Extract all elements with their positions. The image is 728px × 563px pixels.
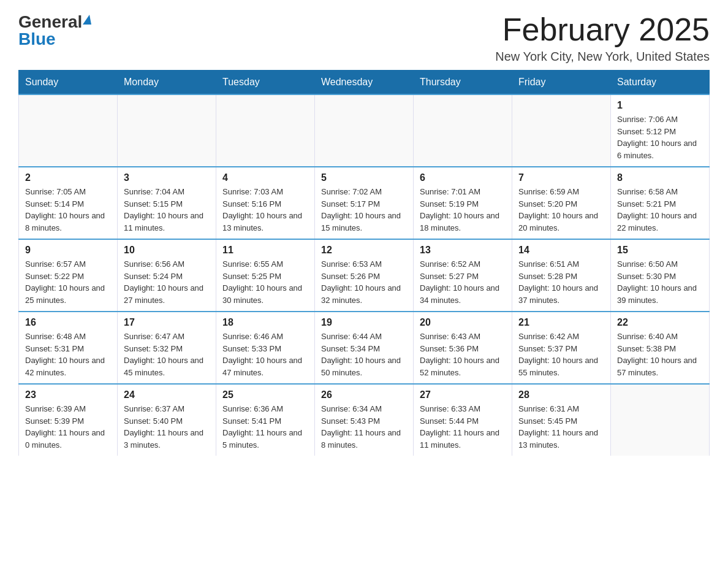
- page-header: General Blue February 2025 New York City…: [18, 12, 710, 64]
- calendar-cell: [19, 94, 118, 167]
- calendar-cell: [315, 94, 414, 167]
- calendar-cell: [414, 94, 512, 167]
- day-number: 21: [518, 317, 604, 328]
- calendar-week-5: 23Sunrise: 6:39 AMSunset: 5:39 PMDayligh…: [19, 384, 710, 456]
- day-sun-info: Sunrise: 6:31 AMSunset: 5:45 PMDaylight:…: [518, 403, 604, 451]
- day-number: 17: [124, 317, 210, 328]
- day-number: 7: [518, 172, 604, 183]
- day-number: 6: [420, 172, 506, 183]
- day-number: 23: [25, 389, 111, 400]
- weekday-row: SundayMondayTuesdayWednesdayThursdayFrid…: [19, 71, 710, 95]
- calendar-cell: 28Sunrise: 6:31 AMSunset: 5:45 PMDayligh…: [512, 384, 611, 456]
- calendar-week-1: 1Sunrise: 7:06 AMSunset: 5:12 PMDaylight…: [19, 94, 710, 167]
- day-number: 9: [25, 245, 111, 256]
- day-number: 19: [321, 317, 407, 328]
- day-sun-info: Sunrise: 7:04 AMSunset: 5:15 PMDaylight:…: [124, 186, 210, 234]
- day-sun-info: Sunrise: 6:57 AMSunset: 5:22 PMDaylight:…: [25, 258, 111, 306]
- day-sun-info: Sunrise: 6:40 AMSunset: 5:38 PMDaylight:…: [617, 331, 703, 378]
- calendar-cell: 27Sunrise: 6:33 AMSunset: 5:44 PMDayligh…: [414, 384, 512, 456]
- calendar-cell: 26Sunrise: 6:34 AMSunset: 5:43 PMDayligh…: [315, 384, 414, 456]
- calendar-cell: 7Sunrise: 6:59 AMSunset: 5:20 PMDaylight…: [512, 167, 611, 239]
- weekday-header-wednesday: Wednesday: [315, 71, 414, 95]
- calendar-cell: 25Sunrise: 6:36 AMSunset: 5:41 PMDayligh…: [216, 384, 315, 456]
- day-sun-info: Sunrise: 6:53 AMSunset: 5:26 PMDaylight:…: [321, 258, 407, 306]
- calendar-cell: 4Sunrise: 7:03 AMSunset: 5:16 PMDaylight…: [216, 167, 315, 239]
- calendar-cell: 24Sunrise: 6:37 AMSunset: 5:40 PMDayligh…: [118, 384, 216, 456]
- calendar-cell: 22Sunrise: 6:40 AMSunset: 5:38 PMDayligh…: [611, 312, 710, 384]
- title-section: February 2025 New York City, New York, U…: [495, 12, 710, 64]
- day-number: 1: [617, 100, 703, 111]
- weekday-header-thursday: Thursday: [414, 71, 512, 95]
- day-sun-info: Sunrise: 6:51 AMSunset: 5:28 PMDaylight:…: [518, 258, 604, 306]
- day-number: 24: [124, 389, 210, 400]
- day-sun-info: Sunrise: 6:58 AMSunset: 5:21 PMDaylight:…: [617, 186, 703, 234]
- calendar-cell: [512, 94, 611, 167]
- calendar-cell: 21Sunrise: 6:42 AMSunset: 5:37 PMDayligh…: [512, 312, 611, 384]
- calendar-cell: 10Sunrise: 6:56 AMSunset: 5:24 PMDayligh…: [118, 239, 216, 312]
- day-number: 20: [420, 317, 506, 328]
- day-sun-info: Sunrise: 6:56 AMSunset: 5:24 PMDaylight:…: [124, 258, 210, 306]
- day-sun-info: Sunrise: 7:01 AMSunset: 5:19 PMDaylight:…: [420, 186, 506, 234]
- day-sun-info: Sunrise: 6:36 AMSunset: 5:41 PMDaylight:…: [222, 403, 308, 451]
- day-number: 15: [617, 245, 703, 256]
- day-number: 16: [25, 317, 111, 328]
- logo-triangle-icon: [82, 15, 91, 27]
- calendar-cell: 19Sunrise: 6:44 AMSunset: 5:34 PMDayligh…: [315, 312, 414, 384]
- calendar-cell: 3Sunrise: 7:04 AMSunset: 5:15 PMDaylight…: [118, 167, 216, 239]
- day-sun-info: Sunrise: 7:05 AMSunset: 5:14 PMDaylight:…: [25, 186, 111, 234]
- day-sun-info: Sunrise: 7:06 AMSunset: 5:12 PMDaylight:…: [617, 113, 703, 161]
- calendar-cell: 18Sunrise: 6:46 AMSunset: 5:33 PMDayligh…: [216, 312, 315, 384]
- weekday-header-saturday: Saturday: [611, 71, 710, 95]
- day-sun-info: Sunrise: 6:59 AMSunset: 5:20 PMDaylight:…: [518, 186, 604, 234]
- day-number: 12: [321, 245, 407, 256]
- weekday-header-tuesday: Tuesday: [216, 71, 315, 95]
- calendar-cell: 1Sunrise: 7:06 AMSunset: 5:12 PMDaylight…: [611, 94, 710, 167]
- calendar-table: SundayMondayTuesdayWednesdayThursdayFrid…: [18, 70, 710, 456]
- day-sun-info: Sunrise: 6:42 AMSunset: 5:37 PMDaylight:…: [518, 331, 604, 378]
- day-number: 14: [518, 245, 604, 256]
- calendar-cell: 9Sunrise: 6:57 AMSunset: 5:22 PMDaylight…: [19, 239, 118, 312]
- day-sun-info: Sunrise: 6:34 AMSunset: 5:43 PMDaylight:…: [321, 403, 407, 451]
- month-year-title: February 2025: [495, 12, 710, 47]
- day-number: 28: [518, 389, 604, 400]
- day-sun-info: Sunrise: 6:33 AMSunset: 5:44 PMDaylight:…: [420, 403, 506, 451]
- day-number: 27: [420, 389, 506, 400]
- calendar-week-2: 2Sunrise: 7:05 AMSunset: 5:14 PMDaylight…: [19, 167, 710, 239]
- calendar-header: SundayMondayTuesdayWednesdayThursdayFrid…: [19, 71, 710, 95]
- logo-blue-text: Blue: [18, 29, 56, 49]
- day-sun-info: Sunrise: 6:47 AMSunset: 5:32 PMDaylight:…: [124, 331, 210, 378]
- calendar-week-4: 16Sunrise: 6:48 AMSunset: 5:31 PMDayligh…: [19, 312, 710, 384]
- day-number: 13: [420, 245, 506, 256]
- weekday-header-monday: Monday: [118, 71, 216, 95]
- calendar-cell: 11Sunrise: 6:55 AMSunset: 5:25 PMDayligh…: [216, 239, 315, 312]
- day-number: 22: [617, 317, 703, 328]
- calendar-body: 1Sunrise: 7:06 AMSunset: 5:12 PMDaylight…: [19, 94, 710, 456]
- calendar-cell: 6Sunrise: 7:01 AMSunset: 5:19 PMDaylight…: [414, 167, 512, 239]
- day-sun-info: Sunrise: 6:50 AMSunset: 5:30 PMDaylight:…: [617, 258, 703, 306]
- calendar-cell: [118, 94, 216, 167]
- day-number: 4: [222, 172, 308, 183]
- day-sun-info: Sunrise: 6:46 AMSunset: 5:33 PMDaylight:…: [222, 331, 308, 378]
- day-sun-info: Sunrise: 6:39 AMSunset: 5:39 PMDaylight:…: [25, 403, 111, 451]
- day-sun-info: Sunrise: 6:44 AMSunset: 5:34 PMDaylight:…: [321, 331, 407, 378]
- calendar-cell: 14Sunrise: 6:51 AMSunset: 5:28 PMDayligh…: [512, 239, 611, 312]
- day-number: 11: [222, 245, 308, 256]
- calendar-cell: 23Sunrise: 6:39 AMSunset: 5:39 PMDayligh…: [19, 384, 118, 456]
- calendar-cell: 8Sunrise: 6:58 AMSunset: 5:21 PMDaylight…: [611, 167, 710, 239]
- day-number: 2: [25, 172, 111, 183]
- day-sun-info: Sunrise: 6:48 AMSunset: 5:31 PMDaylight:…: [25, 331, 111, 378]
- day-number: 3: [124, 172, 210, 183]
- location-subtitle: New York City, New York, United States: [495, 50, 710, 64]
- day-number: 26: [321, 389, 407, 400]
- day-sun-info: Sunrise: 6:52 AMSunset: 5:27 PMDaylight:…: [420, 258, 506, 306]
- calendar-week-3: 9Sunrise: 6:57 AMSunset: 5:22 PMDaylight…: [19, 239, 710, 312]
- day-sun-info: Sunrise: 7:03 AMSunset: 5:16 PMDaylight:…: [222, 186, 308, 234]
- calendar-cell: 20Sunrise: 6:43 AMSunset: 5:36 PMDayligh…: [414, 312, 512, 384]
- calendar-cell: 13Sunrise: 6:52 AMSunset: 5:27 PMDayligh…: [414, 239, 512, 312]
- calendar-cell: 16Sunrise: 6:48 AMSunset: 5:31 PMDayligh…: [19, 312, 118, 384]
- logo: General Blue: [18, 12, 91, 49]
- day-sun-info: Sunrise: 6:55 AMSunset: 5:25 PMDaylight:…: [222, 258, 308, 306]
- day-number: 25: [222, 389, 308, 400]
- calendar-cell: 12Sunrise: 6:53 AMSunset: 5:26 PMDayligh…: [315, 239, 414, 312]
- calendar-cell: [216, 94, 315, 167]
